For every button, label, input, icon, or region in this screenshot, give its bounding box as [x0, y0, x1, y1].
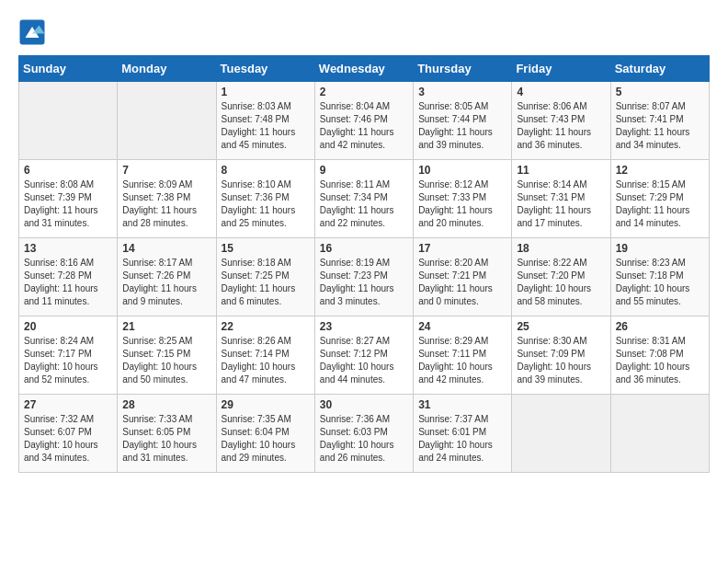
calendar-cell — [610, 395, 709, 473]
week-row-0: 1Sunrise: 8:03 AM Sunset: 7:48 PM Daylig… — [19, 82, 710, 160]
calendar-cell: 3Sunrise: 8:05 AM Sunset: 7:44 PM Daylig… — [414, 82, 512, 160]
day-number: 19 — [616, 242, 704, 255]
calendar-header: SundayMondayTuesdayWednesdayThursdayFrid… — [19, 56, 710, 82]
calendar-cell: 30Sunrise: 7:36 AM Sunset: 6:03 PM Dayli… — [314, 395, 413, 473]
day-info: Sunrise: 8:15 AM Sunset: 7:29 PM Dayligh… — [616, 178, 704, 230]
day-number: 21 — [122, 320, 210, 333]
day-number: 18 — [517, 242, 605, 255]
week-row-3: 20Sunrise: 8:24 AM Sunset: 7:17 PM Dayli… — [19, 316, 710, 395]
calendar-cell: 22Sunrise: 8:26 AM Sunset: 7:14 PM Dayli… — [216, 316, 314, 395]
day-number: 9 — [320, 164, 408, 177]
day-number: 8 — [222, 164, 310, 177]
day-number: 25 — [517, 320, 605, 333]
header-monday: Monday — [118, 56, 216, 82]
calendar-cell: 23Sunrise: 8:27 AM Sunset: 7:12 PM Dayli… — [314, 316, 413, 395]
header-row: SundayMondayTuesdayWednesdayThursdayFrid… — [19, 56, 710, 82]
day-number: 12 — [616, 164, 704, 177]
calendar-cell: 29Sunrise: 7:35 AM Sunset: 6:04 PM Dayli… — [216, 395, 314, 473]
day-info: Sunrise: 8:24 AM Sunset: 7:17 PM Dayligh… — [24, 335, 112, 386]
week-row-2: 13Sunrise: 8:16 AM Sunset: 7:28 PM Dayli… — [19, 238, 710, 316]
calendar-cell: 2Sunrise: 8:04 AM Sunset: 7:46 PM Daylig… — [314, 82, 413, 160]
header-wednesday: Wednesday — [314, 56, 413, 82]
calendar-cell: 31Sunrise: 7:37 AM Sunset: 6:01 PM Dayli… — [414, 395, 512, 473]
calendar-cell: 18Sunrise: 8:22 AM Sunset: 7:20 PM Dayli… — [512, 238, 610, 316]
calendar-cell: 20Sunrise: 8:24 AM Sunset: 7:17 PM Dayli… — [19, 316, 118, 395]
header-saturday: Saturday — [610, 56, 709, 82]
calendar-cell: 9Sunrise: 8:11 AM Sunset: 7:34 PM Daylig… — [314, 160, 413, 238]
calendar-cell: 11Sunrise: 8:14 AM Sunset: 7:31 PM Dayli… — [512, 160, 610, 238]
day-number: 15 — [222, 242, 310, 255]
calendar-cell: 21Sunrise: 8:25 AM Sunset: 7:15 PM Dayli… — [118, 316, 216, 395]
calendar-cell — [118, 82, 216, 160]
week-row-4: 27Sunrise: 7:32 AM Sunset: 6:07 PM Dayli… — [19, 395, 710, 473]
calendar-cell: 16Sunrise: 8:19 AM Sunset: 7:23 PM Dayli… — [314, 238, 413, 316]
week-row-1: 6Sunrise: 8:08 AM Sunset: 7:39 PM Daylig… — [19, 160, 710, 238]
day-info: Sunrise: 8:14 AM Sunset: 7:31 PM Dayligh… — [517, 178, 605, 230]
day-info: Sunrise: 8:17 AM Sunset: 7:26 PM Dayligh… — [122, 257, 210, 308]
header-friday: Friday — [512, 56, 610, 82]
day-number: 5 — [616, 86, 704, 98]
calendar-cell: 5Sunrise: 8:07 AM Sunset: 7:41 PM Daylig… — [610, 82, 709, 160]
day-number: 13 — [24, 242, 112, 255]
calendar-table: SundayMondayTuesdayWednesdayThursdayFrid… — [18, 55, 710, 473]
calendar-cell: 15Sunrise: 8:18 AM Sunset: 7:25 PM Dayli… — [216, 238, 314, 316]
calendar-cell — [512, 395, 610, 473]
calendar-cell: 17Sunrise: 8:20 AM Sunset: 7:21 PM Dayli… — [414, 238, 512, 316]
day-number: 1 — [222, 86, 310, 98]
day-number: 22 — [222, 320, 310, 333]
day-number: 14 — [122, 242, 210, 255]
calendar-cell: 4Sunrise: 8:06 AM Sunset: 7:43 PM Daylig… — [512, 82, 610, 160]
day-number: 2 — [320, 86, 408, 98]
day-info: Sunrise: 7:35 AM Sunset: 6:04 PM Dayligh… — [222, 413, 310, 465]
day-number: 4 — [517, 86, 605, 98]
day-number: 20 — [24, 320, 112, 333]
day-info: Sunrise: 8:05 AM Sunset: 7:44 PM Dayligh… — [418, 100, 506, 152]
calendar-cell: 19Sunrise: 8:23 AM Sunset: 7:18 PM Dayli… — [610, 238, 709, 316]
day-info: Sunrise: 8:04 AM Sunset: 7:46 PM Dayligh… — [320, 100, 408, 152]
page-header — [18, 18, 710, 46]
day-info: Sunrise: 8:22 AM Sunset: 7:20 PM Dayligh… — [517, 257, 605, 308]
calendar-cell: 27Sunrise: 7:32 AM Sunset: 6:07 PM Dayli… — [19, 395, 118, 473]
day-number: 23 — [320, 320, 408, 333]
day-info: Sunrise: 8:19 AM Sunset: 7:23 PM Dayligh… — [320, 257, 408, 308]
day-number: 26 — [616, 320, 704, 333]
day-info: Sunrise: 8:26 AM Sunset: 7:14 PM Dayligh… — [222, 335, 310, 386]
day-info: Sunrise: 8:16 AM Sunset: 7:28 PM Dayligh… — [24, 257, 112, 308]
calendar-cell: 14Sunrise: 8:17 AM Sunset: 7:26 PM Dayli… — [118, 238, 216, 316]
day-number: 16 — [320, 242, 408, 255]
calendar-cell: 12Sunrise: 8:15 AM Sunset: 7:29 PM Dayli… — [610, 160, 709, 238]
day-info: Sunrise: 8:08 AM Sunset: 7:39 PM Dayligh… — [24, 178, 112, 230]
day-number: 3 — [418, 86, 506, 98]
day-number: 24 — [418, 320, 506, 333]
calendar-cell: 7Sunrise: 8:09 AM Sunset: 7:38 PM Daylig… — [118, 160, 216, 238]
logo-icon — [18, 18, 46, 46]
day-number: 6 — [24, 164, 112, 177]
calendar-body: 1Sunrise: 8:03 AM Sunset: 7:48 PM Daylig… — [19, 82, 710, 473]
day-info: Sunrise: 8:31 AM Sunset: 7:08 PM Dayligh… — [616, 335, 704, 386]
day-info: Sunrise: 8:06 AM Sunset: 7:43 PM Dayligh… — [517, 100, 605, 152]
day-info: Sunrise: 7:36 AM Sunset: 6:03 PM Dayligh… — [320, 413, 408, 465]
day-info: Sunrise: 8:07 AM Sunset: 7:41 PM Dayligh… — [616, 100, 704, 152]
day-info: Sunrise: 8:29 AM Sunset: 7:11 PM Dayligh… — [418, 335, 506, 386]
day-info: Sunrise: 8:27 AM Sunset: 7:12 PM Dayligh… — [320, 335, 408, 386]
calendar-cell: 13Sunrise: 8:16 AM Sunset: 7:28 PM Dayli… — [19, 238, 118, 316]
calendar-cell: 26Sunrise: 8:31 AM Sunset: 7:08 PM Dayli… — [610, 316, 709, 395]
header-thursday: Thursday — [414, 56, 512, 82]
day-info: Sunrise: 8:11 AM Sunset: 7:34 PM Dayligh… — [320, 178, 408, 230]
day-number: 7 — [122, 164, 210, 177]
logo — [18, 18, 51, 46]
calendar-cell: 25Sunrise: 8:30 AM Sunset: 7:09 PM Dayli… — [512, 316, 610, 395]
header-sunday: Sunday — [19, 56, 118, 82]
day-info: Sunrise: 8:10 AM Sunset: 7:36 PM Dayligh… — [222, 178, 310, 230]
day-info: Sunrise: 8:25 AM Sunset: 7:15 PM Dayligh… — [122, 335, 210, 386]
calendar-cell: 1Sunrise: 8:03 AM Sunset: 7:48 PM Daylig… — [216, 82, 314, 160]
day-info: Sunrise: 8:30 AM Sunset: 7:09 PM Dayligh… — [517, 335, 605, 386]
day-info: Sunrise: 7:37 AM Sunset: 6:01 PM Dayligh… — [418, 413, 506, 465]
header-tuesday: Tuesday — [216, 56, 314, 82]
calendar-cell: 10Sunrise: 8:12 AM Sunset: 7:33 PM Dayli… — [414, 160, 512, 238]
day-info: Sunrise: 8:03 AM Sunset: 7:48 PM Dayligh… — [222, 100, 310, 152]
day-info: Sunrise: 8:12 AM Sunset: 7:33 PM Dayligh… — [418, 178, 506, 230]
day-number: 31 — [418, 398, 506, 411]
day-info: Sunrise: 7:32 AM Sunset: 6:07 PM Dayligh… — [24, 413, 112, 465]
day-info: Sunrise: 8:18 AM Sunset: 7:25 PM Dayligh… — [222, 257, 310, 308]
